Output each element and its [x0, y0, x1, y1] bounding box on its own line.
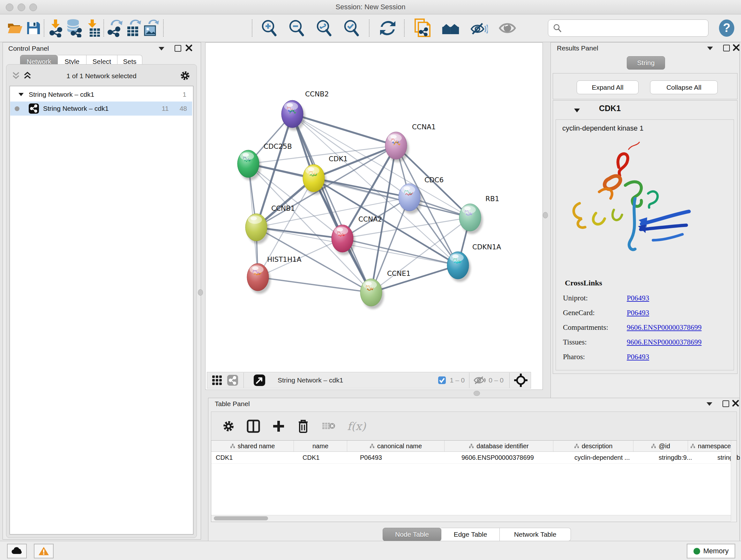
expand-all-button[interactable]: Expand All [577, 80, 638, 94]
column-header[interactable]: shared name [211, 441, 294, 451]
results-panel-float-icon[interactable] [707, 47, 713, 50]
new-network-from-selection-icon[interactable] [413, 19, 431, 37]
first-neighbors-icon[interactable] [442, 19, 460, 37]
zoom-in-icon[interactable] [260, 19, 278, 37]
crosslink-value-link[interactable]: P06493 [627, 294, 649, 302]
export-network-icon[interactable] [106, 19, 124, 37]
export-table-icon[interactable] [124, 19, 142, 37]
network-edge[interactable] [292, 114, 396, 145]
network-node-cdkn1a[interactable]: CDKN1A [447, 243, 501, 282]
window-title: Session: New Session [0, 3, 741, 11]
crosslink-value-link[interactable]: 9606.ENSP00000378699 [627, 338, 702, 347]
column-header[interactable]: name [294, 441, 347, 451]
network-collection-row[interactable]: String Network – cdk1 1 [10, 87, 192, 102]
refresh-layout-icon[interactable] [379, 19, 397, 37]
import-table-icon[interactable] [84, 19, 102, 37]
network-edge[interactable] [292, 114, 470, 217]
selected-nodes-checkbox-icon[interactable] [438, 376, 446, 384]
collection-expand-caret-icon[interactable] [18, 92, 24, 97]
table-cell[interactable]: P06493 [355, 452, 457, 463]
delete-column-trash-icon[interactable] [297, 419, 310, 434]
crosslink-value-link[interactable]: P06493 [627, 353, 649, 361]
column-header[interactable]: description [553, 441, 633, 451]
column-header[interactable]: canonical name [347, 441, 445, 451]
toolbar-search-field[interactable] [548, 19, 709, 37]
tab-edge-table[interactable]: Edge Table [441, 528, 500, 541]
table-cell[interactable]: CDK1 [298, 452, 355, 463]
network-canvas[interactable]: CCNB2CCNA1CDC25BCDK1CDC6RB1CCNB1CCNA2CDK… [205, 43, 540, 372]
column-header[interactable]: namespace [688, 441, 733, 451]
node-label: CCNB2 [305, 90, 329, 98]
network-view-mode-icon[interactable] [227, 374, 239, 386]
network-node-rb1[interactable]: RB1 [459, 195, 499, 234]
control-panel-close-icon[interactable] [185, 44, 192, 51]
search-input[interactable] [565, 21, 708, 35]
table-cell[interactable]: 9606.ENSP00000378699 [457, 452, 570, 463]
table-vertical-scrollbar[interactable] [731, 441, 737, 521]
warning-status-button[interactable] [34, 544, 54, 558]
column-header[interactable]: @id [633, 441, 688, 451]
hidden-counts: 0 – 0 [488, 376, 503, 384]
control-panel-maximize-icon[interactable] [175, 45, 181, 52]
network-edge[interactable] [258, 277, 371, 293]
table-options-gear-icon[interactable] [222, 420, 235, 433]
horizontal-splitter-handle[interactable] [474, 391, 480, 396]
network-edge-count: 48 [180, 105, 187, 112]
table-panel-maximize-icon[interactable] [723, 400, 729, 407]
results-panel-maximize-icon[interactable] [723, 45, 730, 51]
tab-string[interactable]: String [627, 56, 665, 70]
table-horizontal-scrollbar[interactable] [211, 515, 731, 522]
network-edge[interactable] [256, 227, 342, 239]
gene-detail-box: cyclin-dependent kinase 1 CrossLinks [556, 119, 734, 370]
crosslink-value-link[interactable]: P06493 [627, 309, 649, 317]
grid-view-icon[interactable] [212, 375, 222, 386]
collapse-all-button[interactable]: Collapse All [650, 80, 718, 94]
gene-collapse-caret-icon[interactable] [574, 108, 581, 113]
birds-eye-view-icon[interactable] [253, 374, 266, 386]
import-network-icon[interactable] [47, 19, 65, 37]
table-row[interactable]: CDK1CDK1P064939606.ENSP00000378699cyclin… [211, 452, 737, 463]
memory-button[interactable]: Memory [687, 544, 735, 558]
network-node-ccnb2[interactable]: CCNB2 [281, 90, 329, 131]
network-node-hist1h1a[interactable]: HIST1H1A [247, 255, 301, 294]
tab-network-table[interactable]: Network Table [500, 528, 571, 541]
table-panel-float-icon[interactable] [706, 402, 712, 406]
vertical-splitter-handle[interactable] [543, 212, 548, 219]
network-options-gear-icon[interactable] [180, 70, 191, 81]
zoom-out-icon[interactable] [287, 19, 306, 37]
cloud-status-button[interactable] [7, 544, 27, 558]
table-cell[interactable]: CDK1 [211, 452, 298, 463]
show-columns-icon[interactable] [246, 419, 260, 433]
table-panel-close-icon[interactable] [732, 400, 739, 407]
node-table[interactable]: shared namenamecanonical namedatabase id… [211, 440, 737, 522]
network-row[interactable]: String Network – cdk1 11 48 [10, 102, 192, 116]
save-session-icon[interactable] [24, 19, 42, 37]
help-icon[interactable]: ? [718, 19, 736, 37]
table-cell[interactable]: stringdb [713, 452, 741, 463]
column-header[interactable]: database identifier [445, 441, 553, 451]
results-panel-title: Results Panel [557, 44, 598, 52]
crosslink-row: Tissues:9606.ENSP00000378699 [556, 335, 734, 350]
zoom-selected-icon[interactable] [342, 19, 360, 37]
network-node-ccne1[interactable]: CCNE1 [360, 269, 410, 309]
network-edge[interactable] [292, 114, 371, 293]
network-edge[interactable] [371, 265, 458, 293]
show-all-icon[interactable] [498, 19, 516, 37]
open-session-icon[interactable] [6, 19, 24, 37]
table-cell[interactable]: cyclin-dependent ... [570, 452, 654, 463]
crosslink-value-link[interactable]: 9606.ENSP00000378699 [627, 323, 702, 332]
control-panel-float-icon[interactable] [158, 47, 164, 51]
table-cell[interactable]: stringdb:9... [654, 452, 713, 463]
vertical-splitter-handle[interactable] [198, 289, 203, 296]
zoom-fit-icon[interactable] [315, 19, 333, 37]
export-image-icon[interactable] [142, 19, 159, 37]
hide-selected-icon[interactable] [470, 19, 488, 37]
toolbar-separator [163, 19, 164, 37]
pan-crosshair-icon[interactable] [514, 374, 528, 387]
import-network-from-database-icon[interactable] [65, 19, 83, 37]
results-panel-close-icon[interactable] [733, 44, 740, 51]
network-node-ccna1[interactable]: CCNA1 [385, 123, 436, 162]
network-edge[interactable] [342, 239, 458, 265]
add-column-icon[interactable] [272, 420, 285, 433]
tab-node-table[interactable]: Node Table [383, 528, 441, 541]
